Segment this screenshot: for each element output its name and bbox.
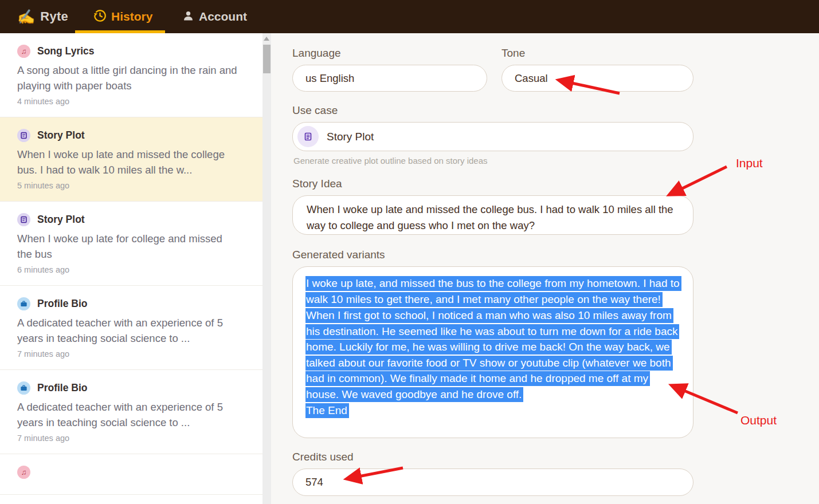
history-item-title: Story Plot	[37, 214, 85, 226]
history-item-title: Story Plot	[37, 129, 85, 141]
history-item-profile-bio[interactable]: Profile BioA dedicated teacher with an e…	[0, 286, 262, 370]
generated-paragraph: When I first got to school, I noticed a …	[305, 308, 680, 402]
history-item-story-plot[interactable]: Story PlotWhen I woke up late and missed…	[0, 117, 262, 202]
use-case-value: Story Plot	[327, 131, 374, 143]
use-case-help: Generate creative plot outline based on …	[293, 156, 693, 166]
use-case-label: Use case	[292, 104, 693, 117]
tab-account[interactable]: Account	[182, 0, 247, 33]
music-icon: ♫	[17, 466, 30, 479]
history-item-time: 7 minutes ago	[17, 349, 240, 359]
app-header: ✍ Ryte History Account	[0, 0, 819, 33]
tab-history[interactable]: History	[93, 0, 152, 33]
story-icon	[17, 213, 30, 226]
history-item-desc: When I woke up late and missed the colle…	[17, 147, 240, 178]
history-item-time: 5 minutes ago	[17, 181, 240, 190]
generated-variants-label: Generated variants	[292, 249, 693, 261]
language-value: us English	[305, 72, 354, 85]
history-item-title: Profile Bio	[37, 382, 88, 394]
generated-variants-output[interactable]: I woke up late, and missed the bus to th…	[292, 266, 693, 438]
briefcase-icon	[17, 381, 30, 395]
history-item-time: 4 minutes ago	[17, 97, 240, 106]
app-logo[interactable]: ✍ Ryte	[17, 0, 68, 33]
story-idea-input[interactable]: When I woke up late and missed the colle…	[292, 195, 693, 235]
language-input[interactable]: us English	[292, 65, 487, 92]
language-label: Language	[292, 47, 487, 60]
history-item-desc: When I woke up late for college and miss…	[17, 231, 240, 262]
generated-paragraph: I woke up late, and missed the bus to th…	[305, 275, 680, 307]
briefcase-icon	[17, 297, 30, 310]
music-icon: ♫	[17, 45, 30, 58]
history-item-song-lyrics[interactable]: ♫Song LyricsA song about a little girl d…	[0, 33, 262, 117]
story-plot-icon	[297, 126, 319, 147]
person-icon	[182, 10, 194, 24]
history-item-desc: A dedicated teacher with an experience o…	[17, 399, 240, 430]
scrollbar-thumb[interactable]	[263, 45, 271, 73]
tone-label: Tone	[501, 47, 693, 60]
story-idea-label: Story Idea	[292, 178, 693, 190]
history-item-profile-bio[interactable]: Profile BioA dedicated teacher with an e…	[0, 370, 262, 454]
writing-hand-icon: ✍	[17, 10, 35, 24]
scrollbar-up-arrow-icon[interactable]	[264, 37, 269, 41]
history-item-desc: A song about a little girl dancing in th…	[17, 62, 240, 93]
tab-account-label: Account	[199, 10, 247, 23]
history-item-partial[interactable]: ♫	[0, 454, 262, 495]
history-clock-icon	[93, 9, 107, 25]
history-item-time: 7 minutes ago	[17, 434, 240, 443]
sidebar-scrollbar[interactable]	[262, 33, 271, 504]
history-item-title: Song Lyrics	[37, 45, 95, 57]
tone-input[interactable]: Casual	[501, 65, 693, 92]
active-tab-underline	[75, 30, 165, 33]
tab-history-label: History	[111, 10, 152, 23]
use-case-input[interactable]: Story Plot	[292, 122, 693, 151]
credits-used-input[interactable]: 574	[292, 468, 693, 496]
credits-used-value: 574	[305, 476, 323, 489]
generated-paragraph: The End	[305, 403, 680, 419]
tone-value: Casual	[515, 72, 548, 85]
history-item-time: 6 minutes ago	[17, 265, 240, 274]
credits-used-label: Credits used	[292, 451, 693, 463]
story-idea-value: When I woke up late and missed the colle…	[307, 203, 673, 231]
history-sidebar: ♫Song LyricsA song about a little girl d…	[0, 33, 262, 504]
history-item-story-plot[interactable]: Story PlotWhen I woke up late for colleg…	[0, 202, 262, 286]
history-item-desc: A dedicated teacher with an experience o…	[17, 315, 240, 346]
detail-panel: Language us English Tone Casual Use case	[271, 33, 819, 504]
app-title: Ryte	[40, 9, 68, 24]
history-item-title: Profile Bio	[37, 298, 88, 310]
story-icon	[17, 129, 30, 142]
